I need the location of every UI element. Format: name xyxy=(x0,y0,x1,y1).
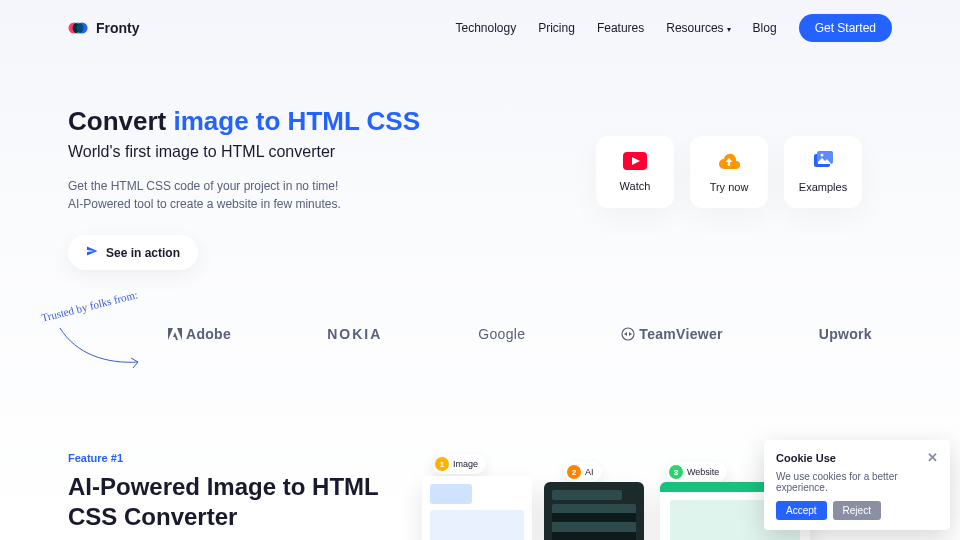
arrow-icon xyxy=(56,324,146,374)
watch-card[interactable]: Watch xyxy=(596,136,674,208)
hero-section: Convert image to HTML CSS World's first … xyxy=(0,56,960,270)
nav-technology[interactable]: Technology xyxy=(455,21,516,35)
hero-cards: Watch Try now Examples xyxy=(596,106,892,270)
nav-resources[interactable]: Resources ▾ xyxy=(666,21,730,35)
mock-image-icon xyxy=(422,476,532,540)
hero-description: Get the HTML CSS code of your project in… xyxy=(68,177,420,213)
stage-pill-image: 1 Image xyxy=(432,454,486,474)
brand-name: Fronty xyxy=(96,20,140,36)
adobe-icon xyxy=(168,328,182,340)
stage-pill-website: 3 Website xyxy=(666,462,727,482)
mock-code-icon xyxy=(544,482,644,540)
feature-tag: Feature #1 xyxy=(68,452,388,464)
brand-logo-icon xyxy=(68,21,90,35)
hero-title: Convert image to HTML CSS xyxy=(68,106,420,137)
photo-stack-icon xyxy=(811,151,835,175)
cookie-actions: Accept Reject xyxy=(776,501,938,520)
cookie-header: Cookie Use ✕ xyxy=(776,450,938,465)
cookie-accept-button[interactable]: Accept xyxy=(776,501,827,520)
teamviewer-icon xyxy=(621,327,635,341)
card-label: Try now xyxy=(710,181,749,193)
logo-nokia: NOKIA xyxy=(327,326,382,342)
svg-point-2 xyxy=(73,23,84,34)
hero-copy: Convert image to HTML CSS World's first … xyxy=(68,106,420,270)
cloud-upload-icon xyxy=(717,151,741,175)
cookie-text: We use cookies for a better experience. xyxy=(776,471,938,493)
logo-adobe: Adobe xyxy=(168,326,231,342)
feature-copy: Feature #1 AI-Powered Image to HTML CSS … xyxy=(68,452,388,540)
examples-card[interactable]: Examples xyxy=(784,136,862,208)
trusted-by-section: Trusted by folks from: Adobe NOKIA Googl… xyxy=(0,270,960,342)
site-header: Fronty Technology Pricing Features Resou… xyxy=(0,0,960,56)
svg-point-6 xyxy=(821,154,824,157)
cookie-title: Cookie Use xyxy=(776,452,836,464)
logo-google: Google xyxy=(478,326,525,342)
trusted-logos: Adobe NOKIA Google TeamViewer Upwork xyxy=(68,326,892,342)
close-icon[interactable]: ✕ xyxy=(927,450,938,465)
youtube-icon xyxy=(623,152,647,174)
stage-pill-ai: 2 AI xyxy=(564,462,602,482)
brand[interactable]: Fronty xyxy=(68,20,140,36)
top-nav: Technology Pricing Features Resources ▾ … xyxy=(455,14,892,42)
nav-blog[interactable]: Blog xyxy=(753,21,777,35)
card-label: Examples xyxy=(799,181,847,193)
nav-pricing[interactable]: Pricing xyxy=(538,21,575,35)
logo-teamviewer: TeamViewer xyxy=(621,326,722,342)
paper-plane-icon xyxy=(86,245,98,260)
chevron-down-icon: ▾ xyxy=(727,25,731,34)
svg-point-7 xyxy=(622,328,634,340)
nav-features[interactable]: Features xyxy=(597,21,644,35)
cookie-banner: Cookie Use ✕ We use cookies for a better… xyxy=(764,440,950,530)
card-label: Watch xyxy=(620,180,651,192)
see-in-action-button[interactable]: See in action xyxy=(68,235,198,270)
trusted-label: Trusted by folks from: xyxy=(40,288,139,324)
feature-title: AI-Powered Image to HTML CSS Converter xyxy=(68,472,388,532)
try-now-card[interactable]: Try now xyxy=(690,136,768,208)
get-started-button[interactable]: Get Started xyxy=(799,14,892,42)
logo-upwork: Upwork xyxy=(819,326,872,342)
hero-subtitle: World's first image to HTML converter xyxy=(68,143,420,161)
cookie-reject-button[interactable]: Reject xyxy=(833,501,881,520)
